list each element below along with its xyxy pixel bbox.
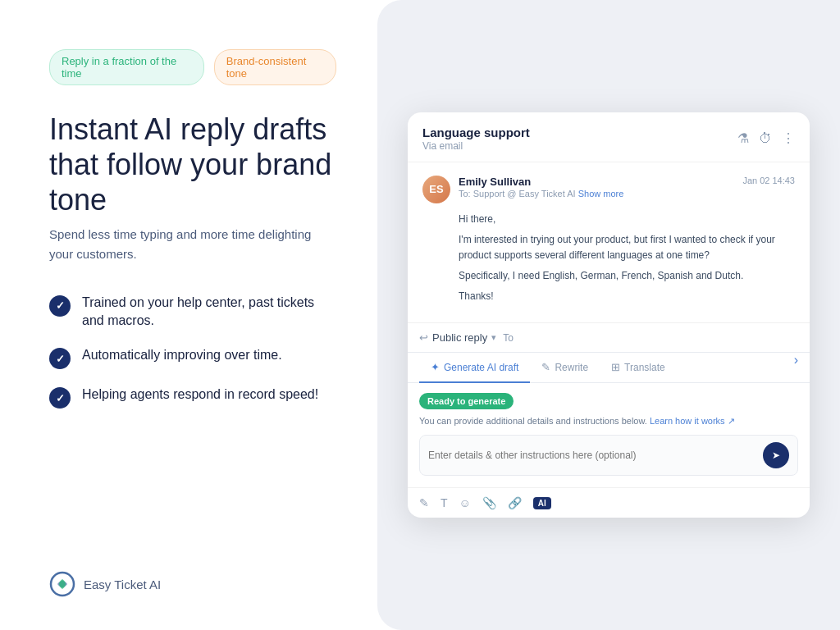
feature-item-1: Trained on your help center, past ticket… <box>49 294 336 331</box>
learn-how-link[interactable]: Learn how it works ↗ <box>650 416 735 426</box>
filter-icon[interactable]: ⚗ <box>737 130 749 146</box>
logo-icon <box>49 571 75 597</box>
card-subtitle: Via email <box>422 140 530 152</box>
translate-icon: ⊞ <box>611 361 620 373</box>
tag-reply: Reply in a fraction of the time <box>49 49 204 85</box>
more-icon[interactable]: ⋮ <box>782 130 795 146</box>
reply-bar: ↩ Public reply ▾ To <box>408 322 810 352</box>
toolbar-emoji-icon[interactable]: ☺ <box>459 496 471 509</box>
generate-icon: ✦ <box>431 361 440 373</box>
history-icon[interactable]: ⏱ <box>759 131 772 146</box>
toolbar-text-icon[interactable]: T <box>441 496 448 509</box>
email-header: ES Emily Sullivan To: Support @ Easy Tic… <box>422 176 795 203</box>
card-header: Language support Via email ⚗ ⏱ ⋮ <box>408 112 810 162</box>
main-heading: Instant AI reply drafts that follow your… <box>49 112 336 218</box>
public-reply-button[interactable]: ↩ Public reply ▾ <box>419 331 496 344</box>
tab-rewrite[interactable]: ✎ Rewrite <box>530 353 600 383</box>
tab-generate-label: Generate AI draft <box>444 362 518 373</box>
email-body-line-1: Hi there, <box>459 212 795 227</box>
rewrite-icon: ✎ <box>541 361 550 373</box>
show-more-link[interactable]: Show more <box>578 189 624 199</box>
tags-row: Reply in a fraction of the time Brand-co… <box>49 49 336 85</box>
reply-dropdown-icon[interactable]: ▾ <box>491 332 496 343</box>
ai-instruction-input[interactable] <box>428 450 756 461</box>
heading-normal: that follow your brand tone <box>49 148 331 217</box>
heading-bold: Instant AI reply drafts <box>49 112 326 146</box>
public-reply-label: Public reply <box>432 331 487 344</box>
check-icon-1 <box>49 295 71 317</box>
subtitle: Spend less time typing and more time del… <box>49 225 328 264</box>
ai-content: Ready to generate You can provide additi… <box>408 383 810 487</box>
tab-translate[interactable]: ⊞ Translate <box>600 353 677 383</box>
ai-info-label: You can provide additional details and i… <box>419 416 647 426</box>
avatar: ES <box>422 176 450 203</box>
toolbar-link-icon[interactable]: 🔗 <box>508 496 522 509</box>
feature-text-2: Automatically improving over time. <box>82 346 282 364</box>
email-to: To: Support @ Easy Ticket AI Show more <box>459 189 734 199</box>
toolbar-ai-badge[interactable]: AI <box>533 497 551 509</box>
email-body: Hi there, I'm interested in trying out y… <box>422 212 795 305</box>
ui-card: Language support Via email ⚗ ⏱ ⋮ ES Emil… <box>408 112 810 518</box>
ai-panel: ✦ Generate AI draft ✎ Rewrite ⊞ Translat… <box>408 352 810 487</box>
email-thread: ES Emily Sullivan To: Support @ Easy Tic… <box>408 162 810 323</box>
email-body-line-2: I'm interested in trying out your produc… <box>459 232 795 263</box>
tab-generate[interactable]: ✦ Generate AI draft <box>419 353 530 383</box>
email-meta: Emily Sullivan To: Support @ Easy Ticket… <box>459 176 734 199</box>
feature-item-2: Automatically improving over time. <box>49 346 336 369</box>
ai-tabs: ✦ Generate AI draft ✎ Rewrite ⊞ Translat… <box>408 353 810 383</box>
email-date: Jan 02 14:43 <box>742 176 795 185</box>
card-title: Language support <box>422 126 530 139</box>
email-body-line-3: Specifically, I need English, German, Fr… <box>459 268 795 284</box>
toolbar-edit-icon[interactable]: ✎ <box>419 496 429 509</box>
right-panel: Language support Via email ⚗ ⏱ ⋮ ES Emil… <box>377 0 840 630</box>
email-sender: Emily Sullivan <box>459 176 734 188</box>
card-header-left: Language support Via email <box>422 126 530 152</box>
ai-tabs-more[interactable]: › <box>794 353 798 382</box>
logo-row: Easy Ticket AI <box>49 571 336 597</box>
reply-to-label: To <box>503 332 514 344</box>
check-icon-2 <box>49 348 71 369</box>
left-content: Reply in a fraction of the time Brand-co… <box>49 49 336 571</box>
left-panel: Reply in a fraction of the time Brand-co… <box>0 0 377 630</box>
toolbar-attach-icon[interactable]: 📎 <box>482 496 496 509</box>
reply-arrow-icon: ↩ <box>419 331 428 344</box>
tag-tone: Brand-consistent tone <box>214 49 336 85</box>
features-list: Trained on your help center, past ticket… <box>49 294 336 409</box>
card-header-icons: ⚗ ⏱ ⋮ <box>737 130 795 146</box>
ai-send-button[interactable] <box>763 442 789 468</box>
tab-rewrite-label: Rewrite <box>555 362 588 373</box>
check-icon-3 <box>49 387 71 409</box>
ready-badge: Ready to generate <box>419 393 514 409</box>
logo-text: Easy Ticket AI <box>84 578 161 591</box>
feature-item-3: Helping agents respond in record speed! <box>49 386 336 409</box>
feature-text-3: Helping agents respond in record speed! <box>82 386 318 404</box>
email-body-line-4: Thanks! <box>459 289 795 304</box>
feature-text-1: Trained on your help center, past ticket… <box>82 294 336 331</box>
ai-input-row <box>419 435 798 476</box>
tab-translate-label: Translate <box>624 362 665 373</box>
toolbar-bar: ✎ T ☺ 📎 🔗 AI <box>408 487 810 518</box>
ai-info-text: You can provide additional details and i… <box>419 416 798 427</box>
to-label: To: Support @ Easy Ticket AI <box>459 189 576 199</box>
